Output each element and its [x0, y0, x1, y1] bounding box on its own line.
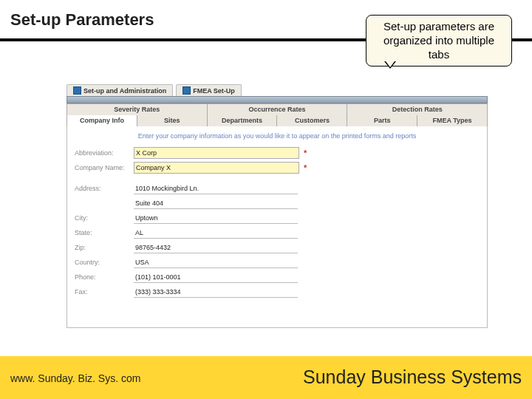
footer-brand: Sunday Business Systems: [303, 366, 522, 388]
value-country: USA: [135, 259, 149, 266]
toolbar-bar: [66, 96, 488, 103]
field-zip[interactable]: 98765-4432: [134, 242, 298, 253]
document-icon: [73, 86, 81, 95]
row-fax: Fax: (333) 333-3334: [75, 284, 480, 299]
tab-company-info[interactable]: Company Info: [67, 115, 137, 126]
value-state: AL: [135, 229, 143, 236]
page-title: Set-up Parameters: [10, 10, 154, 30]
row-address2: Suite 404: [75, 196, 480, 211]
nav-tab-label: FMEA Set-Up: [193, 87, 235, 95]
field-fax[interactable]: (333) 333-3334: [134, 287, 298, 298]
field-city[interactable]: Uptown: [134, 213, 298, 224]
tab-row-rates: Severity Rates Occurrence Rates Detectio…: [66, 103, 488, 115]
value-fax: (333) 333-3334: [135, 288, 181, 296]
row-abbreviation: Abbreviation: X Corp *: [75, 146, 480, 160]
label-abbreviation: Abbreviation:: [75, 149, 134, 157]
field-state[interactable]: AL: [134, 228, 298, 239]
callout-box: Set-up parameters are organized into mul…: [366, 15, 512, 66]
value-address2: Suite 404: [135, 200, 163, 207]
label-country: Country:: [75, 259, 134, 266]
label-address: Address:: [75, 185, 134, 192]
row-state: State: AL: [75, 225, 480, 240]
callout-tail: [384, 61, 396, 69]
label-state: State:: [75, 229, 134, 236]
tab-customers[interactable]: Customers: [277, 115, 347, 126]
required-mark: *: [304, 163, 307, 172]
company-info-form: Enter your company information as you wo…: [66, 126, 488, 328]
tab-parts[interactable]: Parts: [347, 115, 417, 126]
tab-occurrence[interactable]: Occurrence Rates: [208, 104, 348, 115]
screenshot-app: Set-up and Administration FMEA Set-Up Se…: [66, 84, 488, 328]
tab-departments[interactable]: Departments: [208, 115, 278, 126]
row-country: Country: USA: [75, 255, 480, 270]
field-phone[interactable]: (101) 101-0001: [134, 272, 298, 283]
value-address1: 1010 Mockingbird Ln.: [135, 185, 199, 192]
document-icon: [183, 86, 191, 95]
tab-sites[interactable]: Sites: [137, 115, 208, 126]
form-hint: Enter your company information as you wo…: [75, 132, 480, 140]
tab-severity[interactable]: Severity Rates: [67, 104, 208, 115]
field-address2[interactable]: Suite 404: [134, 198, 298, 209]
tab-fmea-types[interactable]: FMEA Types: [417, 115, 487, 126]
row-address: Address: 1010 Mockingbird Ln.: [75, 181, 480, 196]
field-abbreviation[interactable]: X Corp: [134, 147, 299, 159]
footer-bar: www. Sunday. Biz. Sys. com Sunday Busine…: [0, 356, 532, 399]
tab-detection[interactable]: Detection Rates: [347, 104, 487, 115]
value-company: Company X: [136, 164, 171, 171]
nav-tab-fmea[interactable]: FMEA Set-Up: [176, 84, 242, 96]
label-phone: Phone:: [75, 273, 134, 281]
row-phone: Phone: (101) 101-0001: [75, 270, 480, 284]
label-zip: Zip:: [75, 244, 134, 251]
nav-tab-label: Set-up and Administration: [83, 87, 166, 95]
label-city: City:: [75, 214, 134, 222]
field-country[interactable]: USA: [134, 257, 298, 268]
field-address1[interactable]: 1010 Mockingbird Ln.: [134, 183, 298, 194]
required-mark: *: [304, 149, 307, 157]
row-company: Company Name: Company X *: [75, 160, 480, 175]
app-nav-tabs: Set-up and Administration FMEA Set-Up: [66, 84, 488, 96]
tab-row-main: Company Info Sites Departments Customers…: [66, 115, 488, 126]
row-zip: Zip: 98765-4432: [75, 240, 480, 255]
field-company[interactable]: Company X: [134, 162, 299, 174]
value-city: Uptown: [135, 214, 158, 222]
label-fax: Fax:: [75, 288, 134, 296]
value-abbreviation: X Corp: [136, 149, 157, 157]
row-city: City: Uptown: [75, 211, 480, 225]
value-zip: 98765-4432: [135, 244, 171, 251]
label-company: Company Name:: [75, 164, 134, 171]
value-phone: (101) 101-0001: [135, 273, 181, 281]
nav-tab-admin[interactable]: Set-up and Administration: [66, 84, 173, 96]
footer-url: www. Sunday. Biz. Sys. com: [10, 372, 140, 384]
